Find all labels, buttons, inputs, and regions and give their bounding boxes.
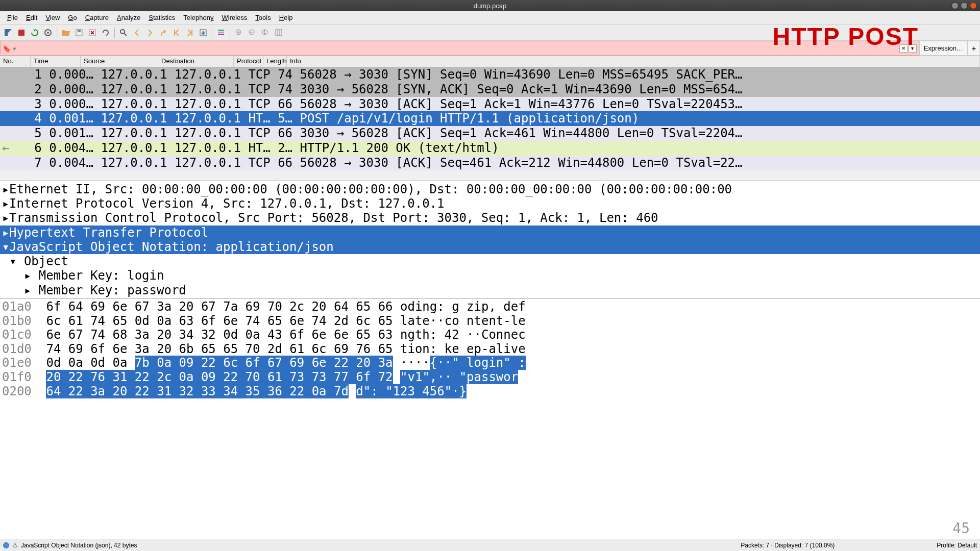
hex-row[interactable]: 01a0 6f 64 69 6e 67 3a 20 67 7a 69 70 2c… bbox=[0, 300, 980, 314]
col-protocol[interactable]: Protocol bbox=[234, 56, 263, 67]
hex-row[interactable]: 01c0 6e 67 74 68 3a 20 34 32 0d 0a 43 6f… bbox=[0, 328, 980, 342]
find-icon[interactable] bbox=[117, 27, 130, 39]
close-file-icon[interactable] bbox=[86, 27, 99, 39]
svg-rect-9 bbox=[218, 32, 224, 33]
packet-row[interactable]: 3 0.000… 127.0.0.1 127.0.0.1 TCP 66 5602… bbox=[0, 97, 980, 112]
menu-help[interactable]: Help bbox=[275, 14, 297, 21]
detail-member-password[interactable]: ▸ Member Key: password bbox=[0, 283, 980, 297]
display-filter-input[interactable]: 🔖 ▾ ✕ ▾ bbox=[0, 41, 919, 56]
titlebar: dump.pcap bbox=[0, 0, 980, 11]
expression-button[interactable]: Expression… bbox=[919, 41, 968, 56]
svg-rect-4 bbox=[78, 30, 81, 32]
packet-row[interactable]: 7 0.004… 127.0.0.1 127.0.0.1 TCP 66 5602… bbox=[0, 156, 980, 170]
svg-rect-10 bbox=[218, 34, 224, 35]
detail-http[interactable]: ▸Hypertext Transfer Protocol bbox=[0, 226, 980, 240]
jump-icon[interactable] bbox=[157, 27, 169, 39]
filterbar: 🔖 ▾ ✕ ▾ Expression… + bbox=[0, 41, 980, 56]
menubar: File Edit View Go Capture Analyze Statis… bbox=[0, 11, 980, 24]
detail-json[interactable]: ▾JavaScript Object Notation: application… bbox=[0, 240, 980, 254]
hex-row[interactable]: 01d0 74 69 6f 6e 3a 20 6b 65 65 70 2d 61… bbox=[0, 342, 980, 357]
packet-row[interactable]: 2 0.000… 127.0.0.1 127.0.0.1 TCP 74 3030… bbox=[0, 82, 980, 97]
next-packet-icon[interactable] bbox=[144, 27, 156, 39]
menu-tools[interactable]: Tools bbox=[251, 14, 275, 21]
packet-row[interactable]: → 4 0.001… 127.0.0.1 127.0.0.1 HT… 5… PO… bbox=[0, 111, 980, 126]
col-source[interactable]: Source bbox=[81, 56, 158, 67]
menu-capture[interactable]: Capture bbox=[81, 14, 113, 21]
hex-row[interactable]: 01b0 6c 61 74 65 0d 0a 63 6f 6e 74 65 6e… bbox=[0, 314, 980, 329]
menu-wireless[interactable]: Wireless bbox=[218, 14, 252, 21]
minimize-button[interactable] bbox=[951, 2, 959, 9]
reload-icon[interactable] bbox=[100, 27, 112, 39]
restart-capture-icon[interactable] bbox=[29, 27, 41, 39]
packet-list-header: No. Time Source Destination Protocol Len… bbox=[0, 56, 980, 67]
toolbar: 1 bbox=[0, 24, 980, 41]
hex-row[interactable]: 0200 64 22 3a 20 22 31 32 33 34 35 36 22… bbox=[0, 385, 980, 399]
stop-capture-icon[interactable] bbox=[15, 27, 28, 39]
svg-rect-0 bbox=[18, 30, 24, 36]
status-indicator-icon[interactable] bbox=[3, 542, 9, 548]
detail-ethernet[interactable]: ▸Ethernet II, Src: 00:00:00_00:00:00 (00… bbox=[0, 182, 980, 196]
svg-point-6 bbox=[120, 30, 125, 34]
maximize-button[interactable] bbox=[961, 2, 968, 9]
menu-view[interactable]: View bbox=[41, 14, 64, 21]
hex-row[interactable]: 01f0 20 22 76 31 22 2c 0a 09 22 70 61 73… bbox=[0, 370, 980, 385]
detail-member-login[interactable]: ▸ Member Key: login bbox=[0, 268, 980, 283]
svg-text:1: 1 bbox=[263, 30, 266, 35]
expert-info-icon[interactable]: ⚠ bbox=[12, 542, 18, 549]
status-packets: Packets: 7 · Displayed: 7 (100.0%) bbox=[741, 542, 835, 549]
menu-go[interactable]: Go bbox=[64, 14, 81, 21]
menu-file[interactable]: File bbox=[3, 14, 22, 21]
capture-options-icon[interactable] bbox=[42, 27, 54, 39]
col-info[interactable]: Info bbox=[287, 56, 980, 67]
col-no[interactable]: No. bbox=[0, 56, 31, 67]
menu-telephony[interactable]: Telephony bbox=[179, 14, 217, 21]
svg-rect-8 bbox=[218, 30, 224, 31]
detail-tcp[interactable]: ▸Transmission Control Protocol, Src Port… bbox=[0, 211, 980, 225]
zoom-reset-icon[interactable]: 1 bbox=[259, 27, 272, 39]
menu-statistics[interactable]: Statistics bbox=[144, 14, 179, 21]
start-capture-icon[interactable] bbox=[2, 27, 14, 39]
status-profile[interactable]: Profile: Default bbox=[937, 542, 977, 549]
packet-row[interactable]: 5 0.001… 127.0.0.1 127.0.0.1 TCP 66 3030… bbox=[0, 126, 980, 141]
packet-row[interactable]: 1 0.000… 127.0.0.1 127.0.0.1 TCP 74 5602… bbox=[0, 67, 980, 82]
col-destination[interactable]: Destination bbox=[158, 56, 234, 67]
add-filter-button[interactable]: + bbox=[968, 41, 980, 56]
packet-row[interactable]: ← 6 0.004… 127.0.0.1 127.0.0.1 HT… 2… HT… bbox=[0, 141, 980, 156]
window-title: dump.pcap bbox=[474, 2, 506, 10]
hex-dump-pane[interactable]: 01a0 6f 64 69 6e 67 3a 20 67 7a 69 70 2c… bbox=[0, 298, 980, 539]
status-left: JavaScript Object Notation (json), 42 by… bbox=[21, 542, 137, 549]
packet-list[interactable]: 1 0.000… 127.0.0.1 127.0.0.1 TCP 74 5602… bbox=[0, 67, 980, 170]
packet-details-pane[interactable]: ▸Ethernet II, Src: 00:00:00_00:00:00 (00… bbox=[0, 181, 980, 299]
clear-filter-icon[interactable]: ✕ bbox=[899, 44, 908, 53]
statusbar: ⚠ JavaScript Object Notation (json), 42 … bbox=[0, 539, 980, 551]
menu-analyze[interactable]: Analyze bbox=[113, 14, 144, 21]
open-file-icon[interactable] bbox=[60, 27, 72, 39]
zoom-in-icon[interactable] bbox=[233, 27, 245, 39]
resize-columns-icon[interactable] bbox=[273, 27, 285, 39]
page-number: 45 bbox=[952, 520, 970, 537]
autoscroll-icon[interactable] bbox=[197, 27, 209, 39]
svg-point-2 bbox=[47, 32, 49, 34]
col-time[interactable]: Time bbox=[31, 56, 81, 67]
zoom-out-icon[interactable] bbox=[246, 27, 258, 39]
prev-packet-icon[interactable] bbox=[131, 27, 143, 39]
col-length[interactable]: Length bbox=[263, 56, 287, 67]
colorize-icon[interactable] bbox=[215, 27, 227, 39]
detail-object[interactable]: ▾ Object bbox=[0, 254, 980, 268]
go-first-icon[interactable] bbox=[170, 27, 183, 39]
detail-ip[interactable]: ▸Internet Protocol Version 4, Src: 127.0… bbox=[0, 196, 980, 211]
close-button[interactable] bbox=[970, 2, 977, 9]
go-last-icon[interactable] bbox=[184, 27, 196, 39]
apply-filter-icon[interactable]: ▾ bbox=[909, 44, 917, 53]
bookmark-icon[interactable]: 🔖 ▾ bbox=[3, 44, 16, 52]
hex-row[interactable]: 01e0 0d 0a 0d 0a 7b 0a 09 22 6c 6f 67 69… bbox=[0, 356, 980, 370]
menu-edit[interactable]: Edit bbox=[22, 14, 41, 21]
svg-rect-15 bbox=[276, 30, 282, 36]
save-file-icon[interactable] bbox=[73, 27, 85, 39]
